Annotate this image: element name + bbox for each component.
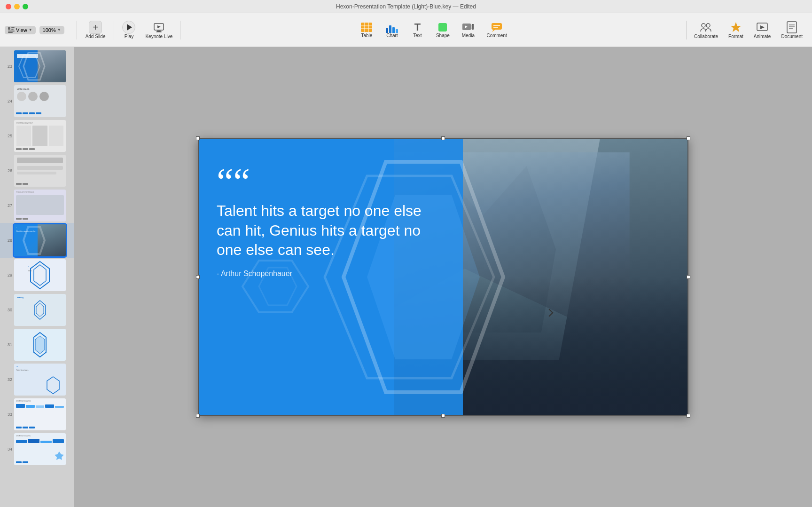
chart-icon [385,22,398,33]
slide-thumbnail: PRODUCT PORTFOLIO [14,190,66,222]
table-icon [360,22,373,33]
table-button[interactable]: Table [355,20,378,40]
slide-item[interactable]: 25 PORTFOLIO LAYOUT [0,119,74,153]
document-label: Document [781,34,803,39]
svg-rect-28 [787,22,796,33]
slide-item[interactable]: 27 PRODUCT PORTFOLIO [0,188,74,223]
titlebar: Hexon-Presentation Template (Light)-Blue… [0,0,812,13]
slide-thumbnail: PORTFOLIO LAYOUT [14,120,66,152]
slide-thumbnail: • Item 1 [14,259,66,291]
slide-thumbnail: ““ [14,50,66,82]
main-area: 23 ““ 24 VITAL HEADS [0,47,812,507]
comment-icon [490,22,503,33]
slide-panel[interactable]: 23 ““ 24 VITAL HEADS [0,47,74,507]
animate-button[interactable]: Animate [749,19,776,41]
animate-label: Animate [754,34,771,39]
resize-handle-br[interactable] [687,414,690,418]
zoom-button[interactable]: 100% ▼ [39,26,64,34]
play-button[interactable]: Play [117,19,141,41]
slide-thumbnail-active: “ Talent hits a target no one else... [14,224,66,256]
shape-label: Shape [436,33,450,38]
slide-item[interactable]: 30 Heading [0,293,74,327]
play-label: Play [125,34,133,39]
svg-text:•: • [28,265,29,268]
svg-rect-1 [11,27,15,28]
svg-marker-6 [157,25,161,28]
resize-handle-mr[interactable] [687,275,690,279]
close-button[interactable] [6,4,11,9]
slide-item[interactable]: 34 GREAT INFOGRAPHIC [0,432,74,467]
view-button[interactable]: View ▼ [5,26,36,34]
resize-handle-tm[interactable] [441,136,445,140]
add-slide-label: Add Slide [86,34,106,39]
svg-marker-33 [19,55,40,78]
window-title: Hexon-Presentation Template (Light)-Blue… [336,3,476,10]
slide-item[interactable]: 33 GREAT INFOGRAPHIC [0,397,74,432]
resize-handle-tl[interactable] [196,136,200,140]
comment-button[interactable]: Comment [482,20,511,40]
zoom-value: 100% [43,27,56,33]
slide-item[interactable]: 32 ““ Talent hits a target... [0,362,74,397]
toolbar-left-controls: View ▼ 100% ▼ [5,26,64,34]
toolbar: View ▼ 100% ▼ + Add Slide Play Keyno [0,13,812,47]
slide-thumbnail: Heading [14,294,66,326]
svg-marker-35 [31,261,49,289]
resize-handle-ml[interactable] [196,275,200,279]
slide-item-active[interactable]: 28 “ Talent hits a target no one else... [0,223,74,258]
view-label: View [16,27,27,33]
document-button[interactable]: Document [776,19,807,41]
slide-canvas: ““ Talent hits a target no one else can … [198,138,688,416]
collaborate-button[interactable]: Collaborate [689,19,723,41]
minimize-button[interactable] [14,4,20,9]
animate-icon [756,21,769,34]
svg-marker-27 [760,25,765,29]
slide-thumbnail: GREAT INFOGRAPHIC [14,433,66,465]
text-label: Text [413,33,422,38]
toolbar-right-buttons: Collaborate Format Animate [689,19,807,41]
resize-handle-bl[interactable] [196,414,200,418]
shape-button[interactable]: Shape [431,20,454,40]
traffic-lights [6,4,28,9]
document-icon [785,21,798,34]
svg-marker-25 [731,22,741,32]
slide-thumbnail: ““ Talent hits a target... [14,364,66,396]
quote-author: - Arthur Schopenhauer [217,269,428,278]
svg-rect-4 [8,32,13,33]
slide-item[interactable]: 31 [0,327,74,362]
svg-rect-17 [472,24,474,25]
add-slide-button[interactable]: + Add Slide [80,19,111,41]
svg-rect-0 [8,27,10,30]
svg-rect-2 [11,29,14,30]
resize-handle-tr[interactable] [687,136,690,140]
svg-rect-9 [361,23,372,32]
svg-marker-36 [34,265,46,285]
format-icon [729,21,742,34]
slide-thumbnail [14,155,66,187]
maximize-button[interactable] [23,4,28,9]
resize-handle-bm[interactable] [441,414,445,418]
format-button[interactable]: Format [724,19,748,41]
media-icon [461,22,475,33]
text-button[interactable]: T Text [406,20,429,40]
slide-item[interactable]: 29 • Item 1 [0,258,74,293]
media-button[interactable]: Media [456,20,480,40]
chart-button[interactable]: Chart [380,20,404,40]
svg-point-23 [702,24,705,27]
keynote-live-button[interactable]: Keynote Live [141,19,177,41]
svg-point-24 [706,24,710,27]
keynote-live-label: Keynote Live [145,34,172,39]
svg-marker-43 [47,377,59,394]
quote-text: Talent hits a target no one else can hit… [217,201,428,260]
slide-item[interactable]: 26 [0,153,74,188]
slide-item[interactable]: 23 ““ [0,49,74,84]
comment-label: Comment [486,33,507,38]
slide-item[interactable]: 24 VITAL HEADS [0,84,74,119]
play-triangle-icon [127,24,132,31]
toolbar-divider-1 [77,21,77,40]
shape-icon [436,22,449,33]
slide-thumbnail [14,329,66,361]
quote-marks: ““ [217,166,428,197]
svg-marker-20 [492,30,495,32]
canvas-area[interactable]: ““ Talent hits a target no one else can … [74,47,812,507]
table-label: Table [361,33,372,38]
